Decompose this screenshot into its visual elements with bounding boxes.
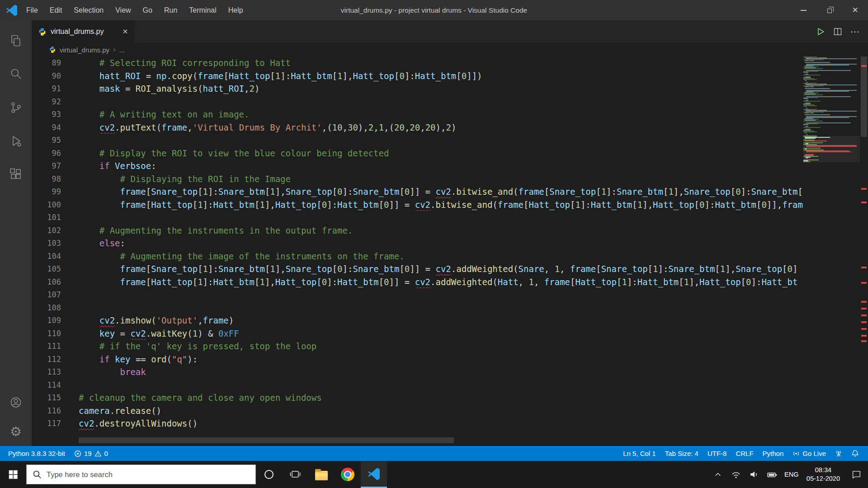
search-input[interactable]	[47, 470, 250, 479]
minimap-slider[interactable]	[803, 136, 860, 162]
menu-help[interactable]: Help	[222, 0, 249, 20]
network-button[interactable]	[727, 461, 745, 488]
restore-button[interactable]	[816, 0, 842, 20]
taskbar-search-box[interactable]	[26, 465, 256, 484]
clock[interactable]: 08:34 05-12-2020	[802, 466, 844, 483]
horizontal-scrollbar[interactable]	[79, 437, 454, 443]
line-number[interactable]: 104	[32, 250, 79, 263]
split-editor-button[interactable]	[833, 27, 842, 36]
search-button[interactable]	[0, 57, 32, 91]
file-explorer-button[interactable]	[308, 461, 335, 488]
code-line[interactable]: 98 # Displaying the ROI in the Image	[32, 173, 868, 186]
code-line[interactable]: 114	[32, 379, 868, 392]
line-number[interactable]: 112	[32, 353, 79, 366]
menu-selection[interactable]: Selection	[68, 0, 109, 20]
start-button[interactable]	[0, 461, 26, 488]
line-number[interactable]: 117	[32, 417, 79, 430]
line-number[interactable]: 105	[32, 263, 79, 276]
task-view-button[interactable]	[282, 461, 308, 488]
cortana-button[interactable]	[256, 461, 282, 488]
accounts-button[interactable]	[0, 388, 32, 417]
tab-size[interactable]: Tab Size: 4	[660, 450, 703, 457]
code-line[interactable]: 89 # Selecting ROI corresponding to Hatt	[32, 56, 868, 70]
code-line[interactable]: 97 if Verbsoe:	[32, 160, 868, 173]
code-line[interactable]: 100 frame[Hatt_top[1]:Hatt_btm[1],Hatt_t…	[32, 198, 868, 211]
line-number[interactable]: 99	[32, 185, 79, 198]
explorer-button[interactable]	[0, 24, 32, 57]
menu-terminal[interactable]: Terminal	[183, 0, 222, 20]
line-number[interactable]: 92	[32, 95, 79, 108]
code-line[interactable]: 111 # if the 'q' key is pressed, stop th…	[32, 340, 868, 353]
line-number[interactable]: 91	[32, 82, 79, 95]
feedback-button[interactable]	[830, 450, 847, 457]
code-line[interactable]: 112 if key == ord("q"):	[32, 353, 868, 366]
line-number[interactable]: 111	[32, 340, 79, 353]
code-line[interactable]: 95	[32, 134, 868, 147]
menu-go[interactable]: Go	[137, 0, 158, 20]
settings-button[interactable]: ⚙	[0, 417, 32, 446]
code-line[interactable]: 93 # A writing text on an image.	[32, 108, 868, 121]
breadcrumb-symbol[interactable]: ...	[119, 46, 125, 54]
line-number[interactable]: 110	[32, 327, 79, 340]
menu-view[interactable]: View	[109, 0, 137, 20]
action-center-button[interactable]	[844, 461, 868, 488]
line-number[interactable]: 90	[32, 70, 79, 83]
line-number[interactable]: 113	[32, 366, 79, 379]
encoding[interactable]: UTF-8	[703, 450, 731, 457]
editor-area[interactable]: 89 # Selecting ROI corresponding to Hatt…	[32, 56, 868, 446]
code-line[interactable]: 103 else:	[32, 237, 868, 250]
code-line[interactable]: 115# cleanup the camera and close any op…	[32, 391, 868, 404]
scrollbar-thumb[interactable]	[861, 56, 867, 137]
line-number[interactable]: 109	[32, 314, 79, 327]
source-control-button[interactable]	[0, 91, 32, 124]
code-line[interactable]: 110 key = cv2.waitKey(1) & 0xFF	[32, 327, 868, 340]
run-debug-button[interactable]	[0, 124, 32, 158]
line-number[interactable]: 116	[32, 404, 79, 418]
tray-expand-button[interactable]	[709, 461, 727, 488]
line-number[interactable]: 103	[32, 237, 79, 250]
line-number[interactable]: 107	[32, 288, 79, 301]
code-line[interactable]: 96 # Display the ROI to view the blue co…	[32, 147, 868, 160]
line-number[interactable]: 97	[32, 160, 79, 173]
run-python-file-button[interactable]	[816, 27, 825, 36]
vertical-scrollbar[interactable]	[860, 56, 868, 446]
language-mode[interactable]: Python	[758, 450, 788, 457]
line-number[interactable]: 102	[32, 224, 79, 237]
tab-close-button[interactable]: ✕	[120, 27, 130, 37]
code-line[interactable]: 92	[32, 95, 868, 108]
code-line[interactable]: 105 frame[Snare_top[1]:Snare_btm[1],Snar…	[32, 263, 868, 276]
notifications-button[interactable]	[847, 450, 863, 457]
eol-sequence[interactable]: CRLF	[731, 450, 758, 457]
code-line[interactable]: 102 # Augmenting the instruments in the …	[32, 224, 868, 237]
menu-edit[interactable]: Edit	[44, 0, 68, 20]
line-number[interactable]: 96	[32, 147, 79, 160]
tab-virtual-drums[interactable]: virtual_drums.py ✕	[32, 20, 135, 43]
line-number[interactable]: 94	[32, 121, 79, 134]
battery-button[interactable]	[763, 461, 781, 488]
menu-file[interactable]: File	[20, 0, 44, 20]
code-line[interactable]: 108	[32, 301, 868, 314]
code-line[interactable]: 107	[32, 288, 868, 301]
code-line[interactable]: 117cv2.destroyAllWindows()	[32, 417, 868, 430]
line-number[interactable]: 106	[32, 276, 79, 289]
line-number[interactable]: 100	[32, 198, 79, 211]
python-interpreter[interactable]: Python 3.8.3 32-bit	[4, 446, 70, 461]
minimap[interactable]	[803, 56, 860, 446]
menu-run[interactable]: Run	[158, 0, 183, 20]
vscode-taskbar-button[interactable]	[361, 461, 387, 488]
go-live-button[interactable]: Go Live	[788, 450, 830, 457]
volume-button[interactable]	[745, 461, 763, 488]
breadcrumb-file[interactable]: virtual_drums.py	[60, 46, 109, 54]
close-button[interactable]: ✕	[842, 0, 868, 20]
code-line[interactable]: 90 hatt_ROI = np.copy(frame[Hatt_top[1]:…	[32, 70, 868, 83]
more-actions-button[interactable]: ⋯	[850, 26, 860, 37]
line-number[interactable]: 115	[32, 391, 79, 404]
minimize-button[interactable]	[791, 0, 816, 20]
code-line[interactable]: 91 mask = ROI_analysis(hatt_ROI,2)	[32, 82, 868, 95]
code-line[interactable]: 104 # Augmenting the image of the instru…	[32, 250, 868, 263]
cursor-position[interactable]: Ln 5, Col 1	[618, 450, 660, 457]
line-number[interactable]: 108	[32, 301, 79, 314]
code-line[interactable]: 116camera.release()	[32, 404, 868, 418]
code-line[interactable]: 106 frame[Hatt_top[1]:Hatt_btm[1],Hatt_t…	[32, 276, 868, 289]
line-number[interactable]: 89	[32, 56, 79, 70]
